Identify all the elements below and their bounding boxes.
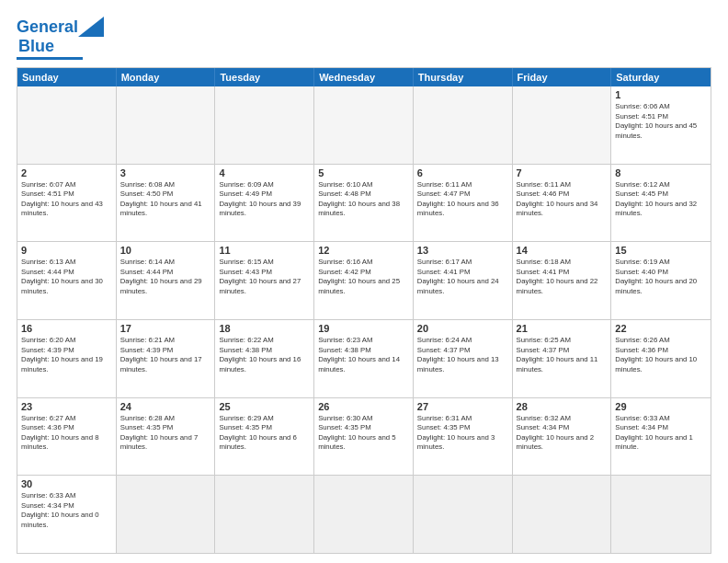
calendar-cell bbox=[117, 476, 216, 553]
day-number: 17 bbox=[120, 323, 211, 334]
calendar-cell: 2Sunrise: 6:07 AM Sunset: 4:51 PM Daylig… bbox=[17, 165, 117, 242]
calendar-cell: 11Sunrise: 6:15 AM Sunset: 4:43 PM Dayli… bbox=[215, 242, 314, 319]
calendar-header: SundayMondayTuesdayWednesdayThursdayFrid… bbox=[17, 68, 711, 86]
calendar-cell: 13Sunrise: 6:17 AM Sunset: 4:41 PM Dayli… bbox=[414, 242, 513, 319]
day-number: 19 bbox=[318, 323, 409, 334]
day-number: 13 bbox=[417, 245, 508, 256]
calendar-row: 1Sunrise: 6:06 AM Sunset: 4:51 PM Daylig… bbox=[17, 86, 711, 165]
calendar-cell: 16Sunrise: 6:20 AM Sunset: 4:39 PM Dayli… bbox=[17, 320, 117, 397]
day-number: 27 bbox=[417, 401, 508, 412]
cell-info: Sunrise: 6:18 AM Sunset: 4:41 PM Dayligh… bbox=[517, 258, 608, 296]
day-number: 12 bbox=[318, 245, 409, 256]
cell-info: Sunrise: 6:09 AM Sunset: 4:49 PM Dayligh… bbox=[219, 180, 310, 219]
cell-info: Sunrise: 6:10 AM Sunset: 4:48 PM Dayligh… bbox=[318, 180, 409, 219]
day-number: 9 bbox=[21, 245, 112, 256]
calendar-cell: 29Sunrise: 6:33 AM Sunset: 4:34 PM Dayli… bbox=[611, 398, 711, 476]
day-header-monday: Monday bbox=[117, 68, 216, 86]
calendar-cell: 22Sunrise: 6:26 AM Sunset: 4:36 PM Dayli… bbox=[611, 320, 711, 397]
calendar-cell: 25Sunrise: 6:29 AM Sunset: 4:35 PM Dayli… bbox=[215, 398, 314, 476]
calendar-cell bbox=[17, 86, 117, 164]
logo: General Blue bbox=[17, 17, 104, 60]
cell-info: Sunrise: 6:30 AM Sunset: 4:35 PM Dayligh… bbox=[318, 414, 409, 453]
day-number: 24 bbox=[120, 401, 211, 412]
day-number: 18 bbox=[219, 323, 310, 334]
calendar-cell: 30Sunrise: 6:33 AM Sunset: 4:34 PM Dayli… bbox=[17, 476, 117, 553]
cell-info: Sunrise: 6:27 AM Sunset: 4:36 PM Dayligh… bbox=[21, 414, 112, 453]
day-number: 1 bbox=[615, 89, 707, 100]
cell-info: Sunrise: 6:29 AM Sunset: 4:35 PM Dayligh… bbox=[219, 414, 310, 453]
calendar-cell: 28Sunrise: 6:32 AM Sunset: 4:34 PM Dayli… bbox=[513, 398, 612, 476]
day-number: 29 bbox=[615, 401, 707, 412]
cell-info: Sunrise: 6:22 AM Sunset: 4:38 PM Dayligh… bbox=[219, 336, 310, 374]
cell-info: Sunrise: 6:13 AM Sunset: 4:44 PM Dayligh… bbox=[21, 258, 112, 296]
day-number: 26 bbox=[318, 401, 409, 412]
logo-text: General bbox=[17, 18, 78, 35]
calendar-cell: 21Sunrise: 6:25 AM Sunset: 4:37 PM Dayli… bbox=[513, 320, 612, 397]
svg-marker-0 bbox=[78, 17, 104, 37]
cell-info: Sunrise: 6:16 AM Sunset: 4:42 PM Dayligh… bbox=[318, 258, 409, 296]
day-number: 30 bbox=[21, 478, 112, 489]
day-header-thursday: Thursday bbox=[414, 68, 513, 86]
calendar-cell bbox=[117, 86, 216, 164]
calendar-row: 16Sunrise: 6:20 AM Sunset: 4:39 PM Dayli… bbox=[17, 320, 711, 398]
day-number: 6 bbox=[417, 167, 508, 178]
calendar-cell: 23Sunrise: 6:27 AM Sunset: 4:36 PM Dayli… bbox=[17, 398, 117, 476]
calendar-row: 30Sunrise: 6:33 AM Sunset: 4:34 PM Dayli… bbox=[17, 476, 711, 553]
cell-info: Sunrise: 6:23 AM Sunset: 4:38 PM Dayligh… bbox=[318, 336, 409, 374]
cell-info: Sunrise: 6:26 AM Sunset: 4:36 PM Dayligh… bbox=[615, 336, 707, 374]
logo-triangle-icon bbox=[78, 17, 104, 37]
calendar-cell: 9Sunrise: 6:13 AM Sunset: 4:44 PM Daylig… bbox=[17, 242, 117, 319]
cell-info: Sunrise: 6:12 AM Sunset: 4:45 PM Dayligh… bbox=[615, 180, 707, 219]
calendar-cell: 10Sunrise: 6:14 AM Sunset: 4:44 PM Dayli… bbox=[117, 242, 216, 319]
cell-info: Sunrise: 6:20 AM Sunset: 4:39 PM Dayligh… bbox=[21, 336, 112, 374]
calendar-cell: 6Sunrise: 6:11 AM Sunset: 4:47 PM Daylig… bbox=[414, 165, 513, 242]
calendar-cell: 20Sunrise: 6:24 AM Sunset: 4:37 PM Dayli… bbox=[414, 320, 513, 397]
calendar-cell: 4Sunrise: 6:09 AM Sunset: 4:49 PM Daylig… bbox=[215, 165, 314, 242]
day-number: 10 bbox=[120, 245, 211, 256]
cell-info: Sunrise: 6:32 AM Sunset: 4:34 PM Dayligh… bbox=[517, 414, 608, 453]
calendar-cell bbox=[314, 86, 414, 164]
day-number: 5 bbox=[318, 167, 409, 178]
cell-info: Sunrise: 6:33 AM Sunset: 4:34 PM Dayligh… bbox=[21, 491, 112, 530]
calendar-cell bbox=[314, 476, 414, 553]
calendar-cell: 14Sunrise: 6:18 AM Sunset: 4:41 PM Dayli… bbox=[513, 242, 612, 319]
logo-general: General bbox=[17, 17, 78, 36]
calendar-cell: 1Sunrise: 6:06 AM Sunset: 4:51 PM Daylig… bbox=[611, 86, 711, 164]
cell-info: Sunrise: 6:08 AM Sunset: 4:50 PM Dayligh… bbox=[120, 180, 211, 219]
calendar-row: 9Sunrise: 6:13 AM Sunset: 4:44 PM Daylig… bbox=[17, 242, 711, 320]
day-number: 7 bbox=[517, 167, 608, 178]
day-number: 22 bbox=[615, 323, 707, 334]
day-number: 15 bbox=[615, 245, 707, 256]
day-number: 20 bbox=[417, 323, 508, 334]
calendar-cell: 12Sunrise: 6:16 AM Sunset: 4:42 PM Dayli… bbox=[314, 242, 414, 319]
cell-info: Sunrise: 6:21 AM Sunset: 4:39 PM Dayligh… bbox=[120, 336, 211, 374]
header: General Blue bbox=[17, 17, 711, 60]
day-header-tuesday: Tuesday bbox=[215, 68, 314, 86]
cell-info: Sunrise: 6:31 AM Sunset: 4:35 PM Dayligh… bbox=[417, 414, 508, 453]
day-number: 23 bbox=[21, 401, 112, 412]
calendar-cell bbox=[513, 86, 612, 164]
calendar-cell: 26Sunrise: 6:30 AM Sunset: 4:35 PM Dayli… bbox=[314, 398, 414, 476]
calendar-cell: 5Sunrise: 6:10 AM Sunset: 4:48 PM Daylig… bbox=[314, 165, 414, 242]
cell-info: Sunrise: 6:11 AM Sunset: 4:46 PM Dayligh… bbox=[517, 180, 608, 219]
day-number: 16 bbox=[21, 323, 112, 334]
cell-info: Sunrise: 6:25 AM Sunset: 4:37 PM Dayligh… bbox=[517, 336, 608, 374]
calendar-cell bbox=[611, 476, 711, 553]
cell-info: Sunrise: 6:19 AM Sunset: 4:40 PM Dayligh… bbox=[615, 258, 707, 296]
page: General Blue SundayMondayTuesdayWednesda… bbox=[0, 0, 728, 563]
day-number: 2 bbox=[21, 167, 112, 178]
day-header-saturday: Saturday bbox=[611, 68, 711, 86]
cell-info: Sunrise: 6:17 AM Sunset: 4:41 PM Dayligh… bbox=[417, 258, 508, 296]
day-number: 14 bbox=[517, 245, 608, 256]
calendar-cell bbox=[414, 476, 513, 553]
day-number: 11 bbox=[219, 245, 310, 256]
logo-blue: Blue bbox=[18, 37, 54, 56]
calendar-cell: 24Sunrise: 6:28 AM Sunset: 4:35 PM Dayli… bbox=[117, 398, 216, 476]
calendar-cell: 8Sunrise: 6:12 AM Sunset: 4:45 PM Daylig… bbox=[611, 165, 711, 242]
calendar-cell: 7Sunrise: 6:11 AM Sunset: 4:46 PM Daylig… bbox=[513, 165, 612, 242]
cell-info: Sunrise: 6:15 AM Sunset: 4:43 PM Dayligh… bbox=[219, 258, 310, 296]
cell-info: Sunrise: 6:24 AM Sunset: 4:37 PM Dayligh… bbox=[417, 336, 508, 374]
calendar-cell bbox=[513, 476, 612, 553]
day-header-sunday: Sunday bbox=[17, 68, 117, 86]
day-number: 4 bbox=[219, 167, 310, 178]
